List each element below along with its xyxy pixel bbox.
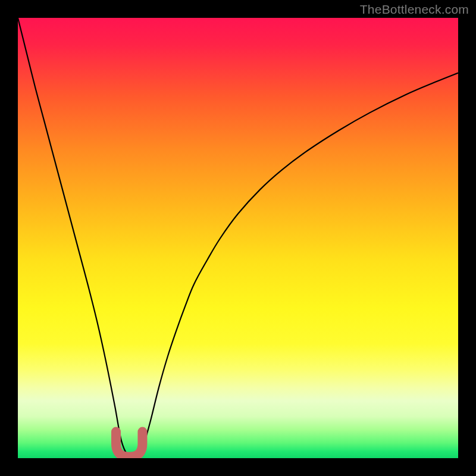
plot-area [18, 18, 458, 458]
chart-frame: TheBottleneck.com [0, 0, 476, 476]
watermark-text: TheBottleneck.com [360, 2, 469, 17]
chart-svg [18, 18, 458, 458]
gradient-background [18, 18, 458, 458]
